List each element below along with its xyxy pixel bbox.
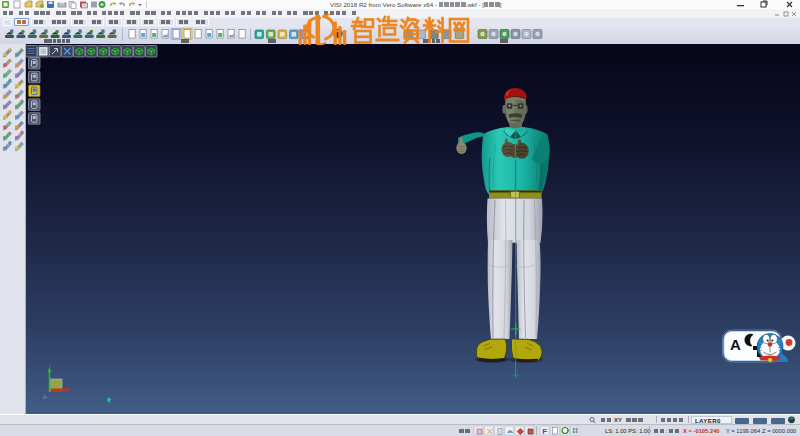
svg-text:A: A: [730, 336, 741, 353]
svg-text:F: F: [542, 427, 547, 436]
